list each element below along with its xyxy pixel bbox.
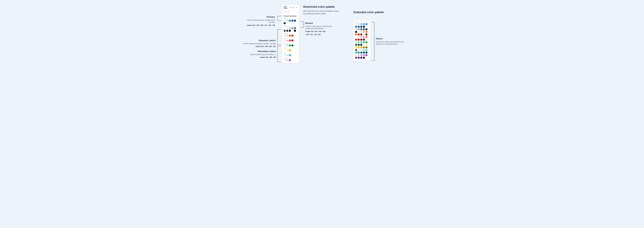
swatch[interactable] [289,20,291,22]
swatch[interactable] [289,35,291,37]
swatch[interactable] [360,49,362,51]
swatch[interactable] [366,46,368,48]
swatch[interactable] [363,23,365,25]
swatch[interactable] [360,36,362,38]
swatch[interactable] [289,27,291,29]
swatch[interactable] [358,52,360,54]
swatch[interactable] [355,57,357,59]
swatch[interactable] [363,31,365,33]
swatch[interactable] [360,57,362,59]
swatch[interactable] [355,26,357,28]
swatch[interactable] [366,33,368,36]
swatch[interactable] [366,41,368,43]
swatch[interactable] [360,39,362,41]
swatch[interactable] [286,30,288,32]
swatch[interactable] [360,28,362,30]
swatch[interactable] [363,36,365,38]
swatch[interactable] [284,44,286,47]
swatch[interactable] [360,23,362,25]
swatch[interactable] [363,54,365,56]
swatch[interactable] [360,54,362,56]
swatch[interactable] [355,44,357,46]
swatch[interactable] [286,44,288,47]
swatch[interactable] [366,28,368,30]
swatch[interactable] [284,27,286,29]
swatch[interactable] [363,57,365,59]
swatch[interactable] [360,46,362,48]
swatch[interactable] [286,35,288,37]
swatch[interactable] [358,31,360,33]
swatch[interactable] [294,27,296,29]
swatch[interactable] [363,41,365,43]
swatch[interactable] [366,39,368,41]
swatch[interactable] [284,30,286,32]
swatch[interactable] [355,54,357,56]
swatch[interactable] [289,49,291,51]
swatch[interactable] [358,57,360,59]
swatch[interactable] [284,49,286,51]
swatch[interactable] [360,33,362,36]
swatch[interactable] [358,36,360,38]
swatch[interactable] [363,46,365,48]
swatch[interactable] [366,52,368,54]
swatch[interactable] [289,30,291,32]
swatch[interactable] [286,49,288,51]
swatch[interactable] [286,40,288,42]
swatch[interactable] [358,33,360,36]
swatch[interactable] [358,28,360,30]
swatch[interactable] [363,49,365,51]
swatch[interactable] [358,44,360,46]
swatch[interactable] [358,23,360,25]
swatch[interactable] [291,30,294,32]
swatch[interactable] [360,41,362,43]
swatch[interactable] [355,36,357,38]
swatch[interactable] [366,36,368,38]
swatch[interactable] [366,44,368,46]
swatch[interactable] [289,44,291,47]
swatch[interactable] [291,35,294,37]
swatch[interactable] [358,39,360,41]
swatch[interactable] [355,41,357,43]
swatch[interactable] [358,54,360,56]
swatch[interactable] [294,30,296,32]
swatch[interactable] [355,33,357,36]
list-icon[interactable] [293,7,295,8]
swatch[interactable] [366,54,368,56]
swatch[interactable] [291,44,294,47]
swatch[interactable] [355,39,357,41]
swatch[interactable] [355,28,357,30]
book-icon[interactable] [290,7,292,8]
panel-search[interactable]: Search [282,10,299,14]
swatch[interactable] [294,20,296,22]
swatch[interactable] [289,40,291,42]
swatch[interactable] [363,26,365,28]
swatch[interactable] [358,49,360,51]
swatch[interactable] [355,46,357,48]
swatch[interactable] [286,27,288,29]
swatch[interactable] [355,23,357,25]
swatch[interactable] [286,20,288,22]
swatch[interactable] [355,52,357,54]
swatch[interactable] [358,41,360,43]
swatch[interactable] [366,31,368,33]
swatch[interactable] [355,31,357,33]
plus-icon[interactable] [296,7,298,8]
swatch[interactable] [284,35,286,37]
swatch[interactable] [284,20,286,22]
swatch[interactable] [360,44,362,46]
swatch[interactable] [363,52,365,54]
swatch[interactable] [360,26,362,28]
swatch[interactable] [289,54,291,56]
swatch[interactable] [363,28,365,30]
swatch[interactable] [284,54,286,56]
swatch[interactable] [286,59,288,61]
swatch[interactable] [291,40,294,42]
swatch[interactable] [358,26,360,28]
swatch[interactable] [284,59,286,61]
swatch[interactable] [358,46,360,48]
swatch[interactable] [366,49,368,51]
swatch[interactable] [363,33,365,36]
swatch[interactable] [284,22,286,24]
swatch[interactable] [355,49,357,51]
swatch[interactable] [360,31,362,33]
